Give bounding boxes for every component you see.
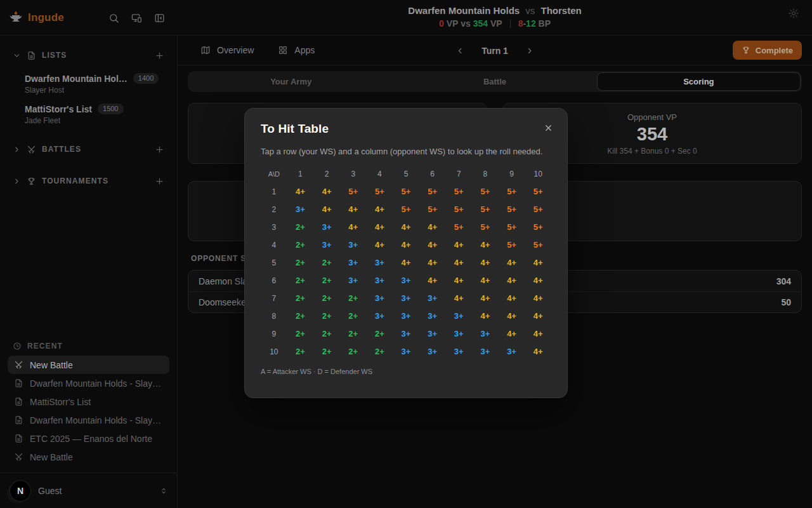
to-hit-cell[interactable]: 2+ [313,272,340,290]
to-hit-cell[interactable]: 5+ [393,183,419,201]
to-hit-cell[interactable]: 3+ [313,218,340,236]
to-hit-cell[interactable]: 4+ [419,272,446,290]
to-hit-cell[interactable]: 3+ [419,325,446,343]
to-hit-cell[interactable]: 5+ [472,218,499,236]
to-hit-column-header-4[interactable]: 4 [367,165,393,183]
to-hit-cell[interactable]: 3+ [472,325,499,343]
to-hit-cell[interactable]: 5+ [525,183,551,201]
to-hit-cell[interactable]: 4+ [472,254,499,272]
to-hit-column-header-9[interactable]: 9 [499,165,525,183]
to-hit-cell[interactable]: 3+ [419,343,446,361]
to-hit-cell[interactable]: 3+ [445,325,472,343]
to-hit-cell[interactable]: 4+ [340,201,367,218]
to-hit-cell[interactable]: 5+ [393,201,419,218]
to-hit-cell[interactable]: 2+ [287,218,314,236]
to-hit-column-header-3[interactable]: 3 [340,165,367,183]
to-hit-cell[interactable]: 4+ [525,343,551,361]
to-hit-cell[interactable]: 2+ [340,290,367,307]
to-hit-cell[interactable]: 5+ [525,218,551,236]
to-hit-cell[interactable]: 4+ [313,183,340,201]
to-hit-cell[interactable]: 4+ [419,254,446,272]
to-hit-cell[interactable]: 3+ [367,254,393,272]
to-hit-cell[interactable]: 4+ [499,290,525,307]
to-hit-cell[interactable]: 2+ [287,307,314,325]
to-hit-column-header-8[interactable]: 8 [472,165,499,183]
to-hit-cell[interactable]: 2+ [340,325,367,343]
to-hit-cell[interactable]: 4+ [472,307,499,325]
to-hit-cell[interactable]: 2+ [313,307,340,325]
to-hit-cell[interactable]: 3+ [419,290,446,307]
to-hit-cell[interactable]: 2+ [313,325,340,343]
to-hit-cell[interactable]: 2+ [340,343,367,361]
to-hit-cell[interactable]: 4+ [419,236,446,254]
to-hit-cell[interactable]: 4+ [472,272,499,290]
to-hit-cell[interactable]: 3+ [393,343,419,361]
to-hit-cell[interactable]: 3+ [367,307,393,325]
to-hit-cell[interactable]: 3+ [393,307,419,325]
to-hit-cell[interactable]: 2+ [287,272,314,290]
to-hit-cell[interactable]: 5+ [472,183,499,201]
to-hit-cell[interactable]: 3+ [340,272,367,290]
to-hit-cell[interactable]: 3+ [393,290,419,307]
to-hit-cell[interactable]: 2+ [287,325,314,343]
to-hit-row-header-9[interactable]: 9 [261,325,287,343]
to-hit-cell[interactable]: 4+ [525,307,551,325]
to-hit-cell[interactable]: 4+ [525,272,551,290]
to-hit-column-header-6[interactable]: 6 [419,165,446,183]
to-hit-column-header-10[interactable]: 10 [525,165,551,183]
to-hit-cell[interactable]: 2+ [340,307,367,325]
to-hit-row-header-3[interactable]: 3 [261,218,287,236]
to-hit-row-header-2[interactable]: 2 [261,201,287,218]
to-hit-cell[interactable]: 4+ [313,201,340,218]
to-hit-cell[interactable]: 4+ [445,254,472,272]
to-hit-cell[interactable]: 4+ [445,272,472,290]
to-hit-cell[interactable]: 5+ [367,183,393,201]
to-hit-cell[interactable]: 4+ [472,236,499,254]
to-hit-cell[interactable]: 2+ [287,290,314,307]
to-hit-column-header-5[interactable]: 5 [393,165,419,183]
to-hit-cell[interactable]: 5+ [472,201,499,218]
to-hit-cell[interactable]: 2+ [313,290,340,307]
to-hit-cell[interactable]: 5+ [445,183,472,201]
to-hit-column-header-2[interactable]: 2 [313,165,340,183]
to-hit-row-header-8[interactable]: 8 [261,307,287,325]
to-hit-cell[interactable]: 5+ [419,201,446,218]
to-hit-cell[interactable]: 4+ [367,201,393,218]
to-hit-cell[interactable]: 4+ [393,254,419,272]
to-hit-cell[interactable]: 2+ [287,254,314,272]
to-hit-cell[interactable]: 5+ [445,218,472,236]
to-hit-cell[interactable]: 2+ [287,236,314,254]
to-hit-cell[interactable]: 4+ [525,290,551,307]
to-hit-cell[interactable]: 3+ [313,236,340,254]
to-hit-cell[interactable]: 5+ [525,236,551,254]
to-hit-cell[interactable]: 5+ [340,183,367,201]
to-hit-row-header-10[interactable]: 10 [261,343,287,361]
to-hit-cell[interactable]: 3+ [393,272,419,290]
to-hit-cell[interactable]: 4+ [393,236,419,254]
to-hit-row-header-5[interactable]: 5 [261,254,287,272]
to-hit-cell[interactable]: 4+ [499,272,525,290]
to-hit-cell[interactable]: 2+ [287,343,314,361]
to-hit-cell[interactable]: 4+ [499,325,525,343]
to-hit-cell[interactable]: 3+ [445,343,472,361]
to-hit-cell[interactable]: 4+ [419,218,446,236]
to-hit-row-header-4[interactable]: 4 [261,236,287,254]
to-hit-column-header-7[interactable]: 7 [445,165,472,183]
to-hit-cell[interactable]: 5+ [445,201,472,218]
to-hit-cell[interactable]: 4+ [287,183,314,201]
to-hit-cell[interactable]: 3+ [287,201,314,218]
to-hit-row-header-7[interactable]: 7 [261,290,287,307]
to-hit-cell[interactable]: 4+ [393,218,419,236]
to-hit-cell[interactable]: 5+ [499,218,525,236]
to-hit-cell[interactable]: 5+ [499,201,525,218]
to-hit-cell[interactable]: 2+ [313,343,340,361]
to-hit-column-header-1[interactable]: 1 [287,165,314,183]
to-hit-cell[interactable]: 4+ [340,218,367,236]
to-hit-cell[interactable]: 3+ [472,343,499,361]
to-hit-cell[interactable]: 3+ [499,343,525,361]
to-hit-cell[interactable]: 3+ [367,272,393,290]
to-hit-cell[interactable]: 4+ [525,254,551,272]
to-hit-cell[interactable]: 4+ [472,290,499,307]
to-hit-cell[interactable]: 4+ [499,307,525,325]
to-hit-row-header-6[interactable]: 6 [261,272,287,290]
